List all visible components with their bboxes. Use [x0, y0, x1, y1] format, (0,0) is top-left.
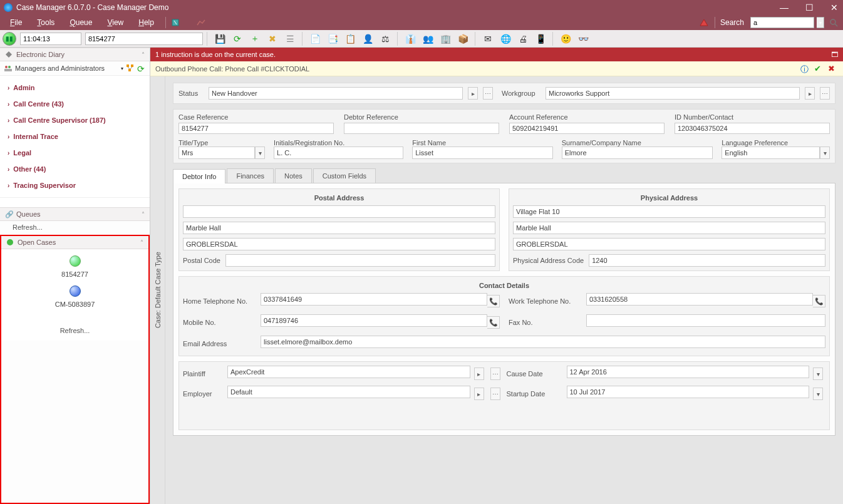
- open-cases-refresh[interactable]: Refresh...: [60, 327, 90, 334]
- case-status-blue-icon[interactable]: [70, 285, 81, 297]
- email-field[interactable]: lisset.elmore@mailbox.demo: [261, 336, 825, 348]
- doc1-icon[interactable]: 📄: [308, 32, 322, 46]
- list-icon[interactable]: ☰: [283, 32, 297, 46]
- gavel-icon[interactable]: ⚖: [378, 32, 392, 46]
- filter-dropdown[interactable]: ▾: [121, 66, 123, 71]
- phone-icon-3[interactable]: 📞: [487, 316, 500, 329]
- search-input[interactable]: [750, 17, 814, 28]
- search-go-icon[interactable]: [828, 17, 839, 28]
- nav-legal[interactable]: ›Legal: [0, 145, 150, 161]
- ediary-header[interactable]: Electronic Diary ˄: [0, 48, 150, 61]
- status-field[interactable]: New Handover: [209, 87, 463, 100]
- employer-field[interactable]: Default: [227, 386, 470, 398]
- nav-call-centre-sup[interactable]: ›Call Centre Supervisor (187): [0, 112, 150, 128]
- refresh-small-icon[interactable]: ⟳: [137, 64, 146, 73]
- home-phone-field[interactable]: 0337841649: [261, 293, 487, 306]
- postal-line2[interactable]: Marble Hall: [183, 222, 495, 234]
- print-icon[interactable]: 🖨: [516, 32, 530, 46]
- nav-other[interactable]: ›Other (44): [0, 161, 150, 177]
- time-field[interactable]: [20, 33, 81, 45]
- alert-triangle-icon[interactable]: [700, 19, 710, 26]
- physical-code-field[interactable]: 1240: [589, 254, 825, 267]
- user-icon[interactable]: 🙂: [559, 32, 572, 46]
- phone-icon-2[interactable]: 📞: [813, 295, 825, 307]
- workgroup-ellipsis-button[interactable]: ⋯: [820, 87, 830, 100]
- tree-icon[interactable]: [126, 64, 135, 73]
- caseref-field[interactable]: 8154277: [178, 123, 334, 134]
- tab-custom-fields[interactable]: Custom Fields: [313, 168, 376, 183]
- menu-icon-2[interactable]: [196, 19, 206, 26]
- menu-help[interactable]: Help: [132, 17, 160, 28]
- title-field[interactable]: Mrs: [178, 147, 255, 159]
- status-more-button[interactable]: ▸: [468, 87, 478, 100]
- physical-line3[interactable]: GROBLERSDAL: [513, 238, 825, 250]
- info-icon[interactable]: ⓘ: [800, 64, 810, 74]
- lang-field[interactable]: English: [721, 147, 820, 159]
- menu-file[interactable]: File: [4, 17, 28, 28]
- open-case-2[interactable]: CM-5083897: [55, 301, 95, 308]
- accept-icon[interactable]: ✔: [814, 64, 824, 74]
- tab-finances[interactable]: Finances: [227, 168, 274, 183]
- glasses-icon[interactable]: 👓: [576, 32, 590, 46]
- add-icon[interactable]: ＋: [248, 32, 262, 46]
- idnum-field[interactable]: 1203046375024: [675, 123, 830, 134]
- tab-debtor-info[interactable]: Debtor Info: [173, 169, 225, 183]
- alert-action-icon[interactable]: 🗔: [831, 51, 838, 58]
- maximize-button[interactable]: ☐: [804, 3, 814, 13]
- work-phone-field[interactable]: 0331620558: [586, 293, 813, 306]
- open-case-1[interactable]: 8154277: [61, 270, 88, 278]
- menu-tools[interactable]: Tools: [31, 17, 61, 28]
- tab-notes[interactable]: Notes: [275, 168, 312, 183]
- employer-more-button[interactable]: ▸: [474, 388, 484, 400]
- mobile-field[interactable]: 047189746: [261, 314, 487, 327]
- fax-field[interactable]: [586, 314, 825, 327]
- people1-icon[interactable]: 👔: [403, 32, 417, 46]
- nav-admin[interactable]: ›Admin: [0, 80, 150, 96]
- phone-icon[interactable]: 📞: [487, 295, 500, 307]
- plaintiff-more-button[interactable]: ▸: [474, 368, 484, 380]
- people2-icon[interactable]: 👥: [421, 32, 435, 46]
- queues-refresh[interactable]: Refresh...: [0, 221, 150, 235]
- web-icon[interactable]: 🌐: [499, 32, 512, 46]
- minimize-button[interactable]: ―: [779, 3, 789, 13]
- play-pause-button[interactable]: ▮▮: [3, 32, 16, 46]
- nav-internal-trace[interactable]: ›Internal Trace: [0, 128, 150, 145]
- lang-dropdown[interactable]: ▾: [820, 147, 830, 159]
- open-cases-header[interactable]: Open Cases ˄: [1, 236, 148, 249]
- case-id-field[interactable]: [85, 33, 203, 45]
- delete-icon[interactable]: ✖: [266, 32, 279, 46]
- plaintiff-field[interactable]: ApexCredit: [227, 366, 470, 378]
- debtorref-field[interactable]: [344, 123, 499, 134]
- startup-dropdown[interactable]: ▾: [813, 388, 823, 400]
- queues-header[interactable]: 🔗 Queues ˄: [0, 207, 150, 221]
- doc2-icon[interactable]: 📑: [326, 32, 339, 46]
- acctref-field[interactable]: 509204219491: [509, 123, 665, 134]
- startup-field[interactable]: 10 Jul 2017: [567, 386, 810, 398]
- postal-line3[interactable]: GROBLERSDAL: [183, 238, 495, 250]
- phone2-icon[interactable]: 📱: [534, 32, 547, 46]
- search-dropdown[interactable]: ▾: [817, 17, 824, 28]
- status-ellipsis-button[interactable]: ⋯: [483, 87, 493, 100]
- menu-view[interactable]: View: [101, 17, 130, 28]
- title-dropdown[interactable]: ▾: [255, 147, 265, 159]
- employer-ellipsis-button[interactable]: ⋯: [490, 388, 500, 400]
- calendar-icon[interactable]: 📋: [343, 32, 357, 46]
- initials-field[interactable]: L. C.: [274, 147, 403, 159]
- nav-call-centre[interactable]: ›Call Centre (43): [0, 96, 150, 112]
- close-button[interactable]: ✕: [829, 3, 839, 13]
- workgroup-field[interactable]: Microworks Support: [546, 87, 800, 100]
- firstname-field[interactable]: Lisset: [412, 147, 552, 159]
- nav-tracing-sup[interactable]: ›Tracing Supervisor: [0, 177, 150, 193]
- refresh-icon[interactable]: ⟳: [230, 32, 244, 46]
- causedate-dropdown[interactable]: ▾: [813, 368, 823, 380]
- physical-line1[interactable]: Village Flat 10: [513, 205, 825, 218]
- causedate-field[interactable]: 12 Apr 2016: [567, 366, 810, 378]
- building-icon[interactable]: 🏢: [438, 32, 452, 46]
- physical-line2[interactable]: Marble Hall: [513, 222, 825, 234]
- reject-icon[interactable]: ✖: [828, 64, 838, 74]
- plaintiff-ellipsis-button[interactable]: ⋯: [490, 368, 500, 380]
- postal-code-field[interactable]: [225, 254, 495, 267]
- vertical-tab[interactable]: Case: Default Case Type: [150, 76, 165, 504]
- menu-icon-1[interactable]: [171, 19, 181, 26]
- surname-field[interactable]: Elmore: [562, 147, 713, 159]
